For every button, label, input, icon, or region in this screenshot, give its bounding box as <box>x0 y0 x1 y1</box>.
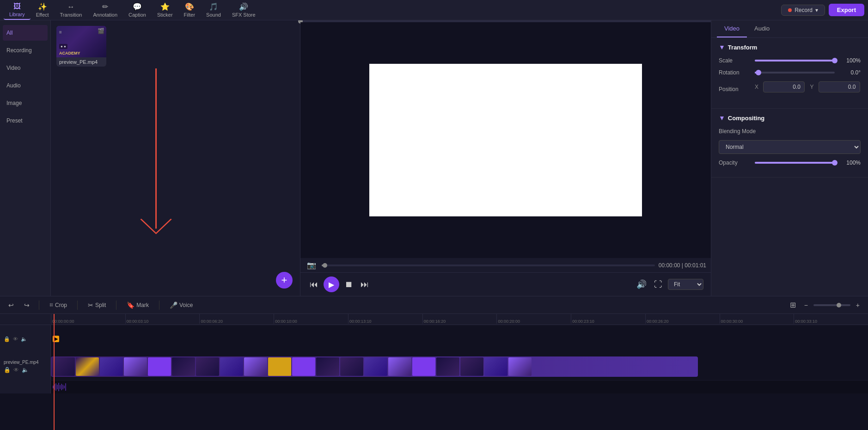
nav-item-sticker[interactable]: ⭐ Sticker <box>152 0 178 19</box>
opacity-thumb[interactable] <box>832 160 837 166</box>
position-x-input[interactable] <box>763 81 805 92</box>
rotation-slider[interactable] <box>755 72 835 74</box>
table-row <box>0 381 868 393</box>
scale-thumb[interactable] <box>832 58 837 63</box>
track-label-content: preview_PE.mp4 🔒 👁 🔈 <box>4 360 47 373</box>
annotation-icon: ✏ <box>102 2 108 11</box>
ruler-mark: 00:00:10:00 <box>274 314 348 324</box>
layout-button[interactable]: ⊞ <box>787 299 799 311</box>
empty-track-row: 🔒 👁 🔈 ▶ <box>0 325 868 353</box>
clip-frame <box>76 357 99 376</box>
zoom-out-button[interactable]: − <box>801 300 811 310</box>
left-sidebar: All Recording Video Audio Image Preset <box>0 20 51 296</box>
track-clip[interactable] <box>51 356 698 377</box>
nav-item-library[interactable]: 🖼 Library <box>4 0 31 20</box>
opacity-fill <box>755 162 835 164</box>
eye-icon: 👁 <box>13 336 18 342</box>
zoom-thumb[interactable] <box>837 303 841 307</box>
sfxstore-icon: 🔊 <box>239 2 248 11</box>
svg-rect-10 <box>65 383 66 391</box>
preview-scrub-bar[interactable] <box>322 264 655 266</box>
ruler-mark: 00:00:06:20 <box>199 314 274 324</box>
opacity-slider-container: 100% <box>755 160 861 166</box>
transform-header: ▼ Transform <box>719 43 861 51</box>
mark-tool[interactable]: 🔖 Mark <box>123 300 153 310</box>
empty-track-content: ▶ <box>51 325 868 353</box>
rotation-slider-container: 0.0° <box>755 69 861 76</box>
crop-tool[interactable]: ⌗ Crop <box>46 300 71 310</box>
nav-item-sound[interactable]: 🎵 Sound <box>201 0 226 19</box>
nav-item-transition[interactable]: ↔ Transition <box>55 1 88 19</box>
compositing-header: ▼ Compositing <box>719 114 861 122</box>
rotation-label: Rotation <box>719 69 751 76</box>
nav-item-sfxstore[interactable]: 🔊 SFX Store <box>226 0 261 19</box>
split-tool[interactable]: ✂ Split <box>84 300 110 310</box>
step-forward-button[interactable]: ⏭ <box>359 279 371 290</box>
playback-buttons: ⏮ ▶ ⏹ ⏭ <box>308 276 371 292</box>
sidebar-item-preset[interactable]: Preset <box>3 113 48 129</box>
timeline-toolbar: ↩ ↪ ⌗ Crop ✂ Split 🔖 Mark 🎤 Voice ⊞ − <box>0 296 868 314</box>
x-label: X <box>755 84 761 90</box>
sidebar-item-audio[interactable]: Audio <box>3 78 48 93</box>
position-y-field: Y <box>810 81 861 92</box>
nav-item-caption[interactable]: 💬 Caption <box>123 0 152 19</box>
zoom-slider[interactable] <box>813 304 850 306</box>
track-eye-icon[interactable]: 👁 <box>13 367 19 373</box>
position-y-input[interactable] <box>819 81 860 92</box>
media-panel: ● ● ACADEMY ≡ 🎬 preview_PE.mp4 + <box>51 20 300 296</box>
mark-icon: 🔖 <box>127 301 134 309</box>
sidebar-item-image[interactable]: Image <box>3 95 48 111</box>
preview-bottom-bar: 📷 00:00:00 | 00:01:01 <box>300 258 711 272</box>
track-lock-icon[interactable]: 🔒 <box>4 367 11 373</box>
clip-frame <box>148 357 171 376</box>
sidebar-item-recording[interactable]: Recording <box>3 43 48 58</box>
track-audio-icon[interactable]: 🔈 <box>22 367 29 373</box>
table-row: preview_PE.mp4 🔒 👁 🔈 <box>0 353 868 381</box>
media-card[interactable]: ● ● ACADEMY ≡ 🎬 preview_PE.mp4 <box>56 26 106 67</box>
crop-icon: ⌗ <box>49 301 53 309</box>
stop-button[interactable]: ⏹ <box>343 279 355 290</box>
undo-button[interactable]: ↩ <box>6 300 17 310</box>
clip-frame <box>52 357 75 376</box>
voice-tool[interactable]: 🎤 Voice <box>166 300 196 310</box>
ruler-marks: 00:00:00:00 00:00:03:10 00:00:06:20 00:0… <box>51 314 868 325</box>
opacity-value: 100% <box>838 160 861 166</box>
preview-canvas <box>369 64 642 216</box>
zoom-in-button[interactable]: + <box>853 300 862 310</box>
nav-item-effect[interactable]: ✨ Effect <box>31 0 55 19</box>
add-media-button[interactable]: + <box>276 272 293 289</box>
screenshot-button[interactable]: 📷 <box>305 260 318 270</box>
transform-collapse-icon[interactable]: ▼ <box>719 43 725 51</box>
preview-wrapper: 📷 00:00:00 | 00:01:01 ⏮ ▶ ⏹ ⏭ <box>300 22 711 296</box>
timeline-content: 00:00:00:00 00:00:03:10 00:00:06:20 00:0… <box>0 314 868 430</box>
nav-item-filter[interactable]: 🎨 Filter <box>178 0 201 19</box>
volume-button[interactable]: 🔊 <box>635 278 648 290</box>
tab-audio[interactable]: Audio <box>747 20 777 37</box>
sticker-icon: ⭐ <box>160 2 170 11</box>
audio-track-label <box>0 381 51 393</box>
blending-mode-select[interactable]: Normal Screen Multiply Overlay <box>719 140 861 154</box>
fullscreen-button[interactable]: ⛶ <box>652 279 664 290</box>
redo-button[interactable]: ↪ <box>21 300 32 310</box>
compositing-collapse-icon[interactable]: ▼ <box>719 114 725 122</box>
step-back-button[interactable]: ⏮ <box>308 279 320 290</box>
scale-fill <box>755 60 835 61</box>
clip-frame <box>388 357 411 376</box>
tab-video[interactable]: Video <box>717 20 747 37</box>
opacity-slider[interactable] <box>755 162 835 164</box>
fit-select[interactable]: Fit Fill Stretch <box>668 279 703 290</box>
svg-rect-3 <box>55 383 56 391</box>
sidebar-item-all[interactable]: All <box>3 25 48 41</box>
rotation-thumb[interactable] <box>756 70 761 75</box>
track-filename: preview_PE.mp4 <box>4 360 47 365</box>
record-dot <box>788 8 792 12</box>
audio-icon: 🔈 <box>21 336 27 342</box>
media-thumbnail: ● ● ACADEMY ≡ 🎬 <box>56 26 106 57</box>
svg-rect-8 <box>62 385 63 389</box>
export-button[interactable]: Export <box>829 4 864 16</box>
scale-slider[interactable] <box>755 60 835 61</box>
sidebar-item-video[interactable]: Video <box>3 60 48 76</box>
record-button[interactable]: Record ▾ <box>781 5 825 16</box>
play-button[interactable]: ▶ <box>324 276 339 292</box>
nav-item-annotation[interactable]: ✏ Annotation <box>87 0 123 19</box>
